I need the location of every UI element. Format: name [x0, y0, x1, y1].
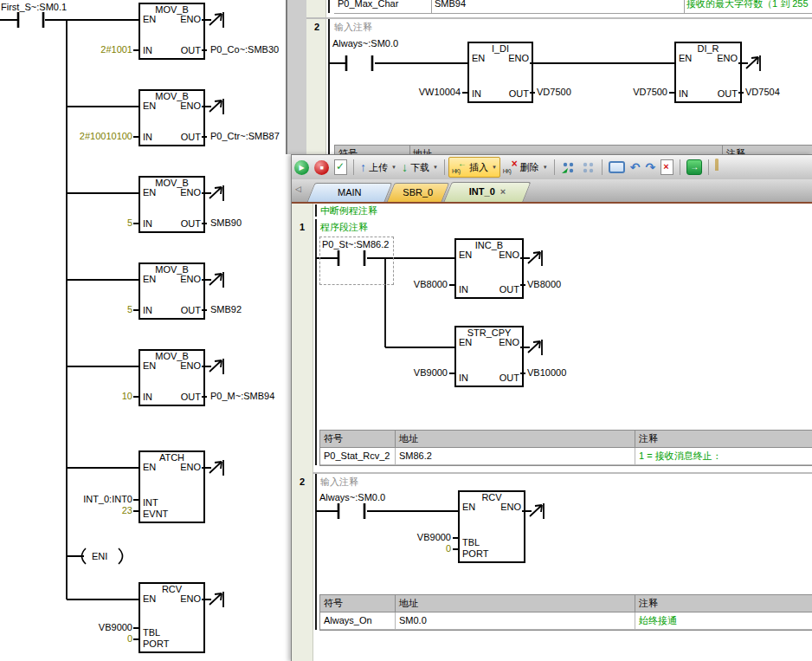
contact-label: Always~:SM0.0: [332, 38, 398, 49]
tab-int0[interactable]: INT_0×: [443, 182, 531, 202]
pin-eno: ENO: [499, 337, 519, 348]
mov-b-block[interactable]: MOV_B ENENO INOUT: [139, 349, 205, 406]
operand-value[interactable]: VB9000: [387, 367, 448, 379]
pin-in: IN: [679, 88, 688, 100]
operand-value[interactable]: SMB92: [210, 304, 242, 315]
lock-button[interactable]: [712, 158, 730, 177]
pin-out: OUT: [718, 88, 738, 100]
pin-eno: ENO: [508, 53, 529, 64]
window-button[interactable]: [606, 158, 628, 177]
symbol-table-header: 符号 地址 注释: [320, 431, 812, 448]
run-icon: ▶: [294, 160, 309, 175]
run-button[interactable]: ▶: [292, 158, 312, 177]
network-comment[interactable]: 输入注释: [334, 22, 372, 33]
symbol-table-row[interactable]: Always_On SM0.0 始终接通: [320, 612, 812, 630]
window-icon: [609, 161, 625, 173]
operand-value[interactable]: 5: [98, 217, 132, 229]
pin-tbl: TBL: [462, 537, 480, 548]
pin-tbl: TBL: [143, 627, 160, 638]
symbol-table-header: 符号 地址 注释: [320, 595, 812, 612]
mov-b-block[interactable]: MOV_B ENENO INOUT: [139, 262, 205, 320]
pin-in: IN: [143, 392, 152, 403]
operand-value[interactable]: INT_0:INT0: [65, 494, 132, 505]
header-symbol: 符号: [320, 431, 396, 447]
network-separator: [313, 472, 812, 474]
delete-label: 删除: [520, 161, 539, 174]
operand-value[interactable]: VB9000: [390, 532, 451, 543]
operand-value[interactable]: VW10004: [400, 87, 461, 98]
operand-value[interactable]: 10: [98, 391, 132, 402]
rcv-block[interactable]: RCV ENENO TBL PORT: [458, 490, 525, 563]
pin-evnt: EVNT: [143, 509, 168, 520]
stop-button[interactable]: ■: [312, 158, 332, 177]
operand-value[interactable]: VB8000: [387, 279, 448, 290]
network-separator: [306, 17, 812, 19]
pin-eno: ENO: [180, 100, 201, 112]
pin-out: OUT: [499, 373, 519, 384]
tab-sbr0[interactable]: SBR_0: [387, 183, 450, 202]
pin-in: IN: [143, 305, 152, 316]
delete-button[interactable]: ×HK) 删除: [500, 158, 551, 177]
atch-block[interactable]: ATCH ENENO INT EVNT: [139, 450, 205, 523]
tab-bar: MAIN SBR_0 INT_0×: [292, 179, 812, 202]
operand-value[interactable]: 0: [416, 543, 451, 554]
pin-in: IN: [472, 88, 481, 100]
header-comment: 注释: [635, 431, 812, 447]
tab-close-icon[interactable]: ×: [500, 186, 506, 197]
undo-button[interactable]: ↶: [628, 158, 643, 177]
pin-in: IN: [143, 45, 152, 56]
str-cpy-block[interactable]: STR_CPY ENENO INOUT: [454, 326, 524, 387]
network-comment[interactable]: 输入注释: [320, 476, 358, 488]
compile-button[interactable]: ✓: [332, 158, 350, 177]
network-number: 2: [306, 22, 327, 33]
rcv-block[interactable]: RCV ENENO TBL PORT: [139, 582, 205, 653]
undo-icon: ↶: [630, 160, 641, 174]
symbol-table-row-clipped[interactable]: P0_Max_Char SMB94 接收的最大字符数（1 到 255: [334, 0, 812, 14]
insert-button[interactable]: ←HK) 插入: [448, 157, 500, 178]
eni-coil-label[interactable]: ENI: [92, 551, 107, 562]
grid-dots-icon-disabled: [581, 160, 596, 174]
operand-value[interactable]: VD7500: [537, 87, 571, 98]
operand-value[interactable]: VB10000: [527, 367, 566, 379]
tab-main[interactable]: MAIN: [307, 183, 393, 202]
operand-value[interactable]: P0_Co~:SMB30: [210, 44, 279, 55]
mov-b-block[interactable]: MOV_B ENENO INOUT: [139, 3, 205, 60]
operand-value[interactable]: P0_Ctr~:SMB87: [210, 131, 280, 142]
routine-comment[interactable]: 中断例程注释: [320, 205, 377, 217]
pin-out: OUT: [499, 284, 519, 295]
address-view-button-2[interactable]: [578, 158, 598, 177]
upload-button[interactable]: ↑上传: [358, 158, 399, 177]
operand-value[interactable]: 2#1001: [65, 44, 132, 55]
pin-eno: ENO: [499, 249, 519, 261]
insert-label: 插入: [469, 161, 488, 174]
mov-b-block[interactable]: MOV_B ENENO INOUT: [139, 89, 205, 146]
header-comment: 注释: [635, 595, 812, 612]
operand-value[interactable]: VD7500: [607, 87, 667, 98]
toolbar: ▶ ■ ✓ ↑上传 ↓下载 ←HK) 插入 ×HK) 删除: [292, 155, 812, 180]
contact-label: Always~:SM0.0: [319, 492, 385, 503]
inc-b-block[interactable]: INC_B ENENO INOUT: [454, 238, 524, 299]
operand-value[interactable]: VB8000: [527, 279, 561, 290]
network-comment[interactable]: 程序段注释: [320, 222, 368, 233]
operand-value[interactable]: 23: [98, 505, 132, 516]
operand-value[interactable]: VB9000: [82, 622, 132, 633]
operand-value[interactable]: SMB90: [210, 217, 242, 229]
pin-eno: ENO: [180, 187, 201, 198]
operand-value[interactable]: 5: [98, 304, 132, 315]
download-button[interactable]: ↓下载: [399, 158, 441, 177]
i-di-block[interactable]: I_DI ENENO INOUT: [467, 42, 533, 103]
mov-b-block[interactable]: MOV_B ENENO INOUT: [139, 176, 205, 233]
operand-value[interactable]: P0_M~:SMB94: [210, 391, 274, 402]
symbol-table-row[interactable]: P0_Stat_Rcv_2 SM86.2 1 = 接收消息终止：: [320, 448, 812, 465]
redo-icon: ↷: [646, 160, 656, 174]
go-button[interactable]: →: [684, 158, 705, 177]
operand-value[interactable]: VD7504: [745, 87, 780, 98]
di-r-block[interactable]: DI_R ENENO INOUT: [674, 42, 742, 103]
address-view-button[interactable]: [558, 158, 578, 177]
operand-value[interactable]: 0: [98, 633, 132, 645]
pin-eno: ENO: [500, 502, 521, 513]
clear-button[interactable]: ×: [658, 158, 676, 177]
operand-value[interactable]: 2#10010100: [56, 131, 132, 142]
pin-in: IN: [143, 132, 152, 143]
redo-button[interactable]: ↷: [643, 158, 659, 177]
